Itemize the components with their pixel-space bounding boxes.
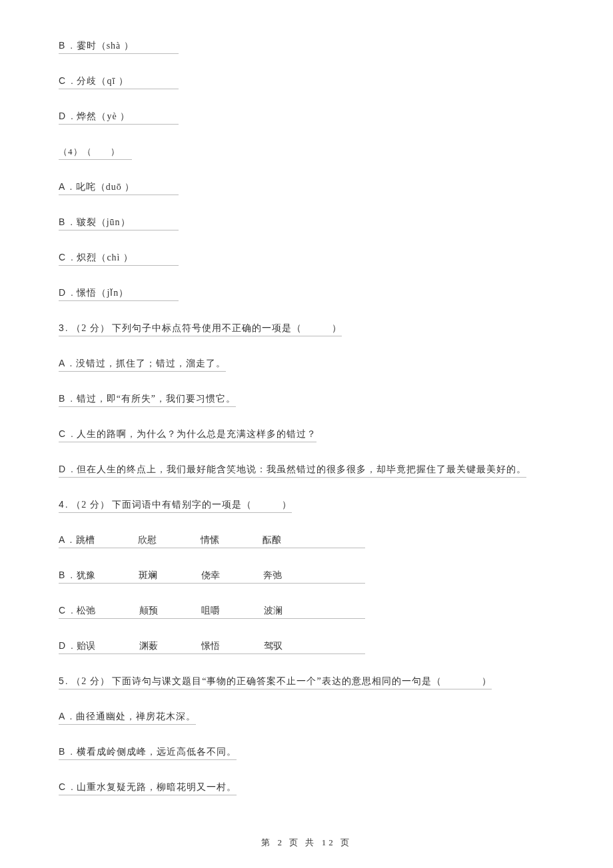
option-text: 炽烈（chì ） (77, 252, 133, 262)
word: 渊薮 (139, 640, 199, 652)
word: 情愫 (201, 534, 261, 546)
option-text: 分歧（qī ） (77, 76, 128, 86)
option-label: D . (59, 464, 75, 474)
q4-option-a: A . 跳槽 欣慰 情愫 酝酿 (59, 534, 365, 548)
option-row: A . 没错过，抓住了；错过，溜走了。 (59, 358, 554, 393)
q3-option-c: C . 人生的路啊，为什么？为什么总是充满这样多的错过？ (59, 428, 316, 442)
q3-option-a: A . 没错过，抓住了；错过，溜走了。 (59, 358, 226, 372)
question-number: 3. (59, 322, 69, 333)
word: 驾驭 (264, 640, 324, 652)
sub-q-text: （4）（ ） (59, 147, 120, 157)
q3-option-b: B . 错过，即“有所失”，我们要习惯它。 (59, 393, 236, 407)
q5-option-a: A . 曲径通幽处，禅房花木深。 (59, 711, 196, 725)
option-text: 烨然（yè ） (77, 111, 130, 121)
option-d: D . 烨然（yè ） (59, 111, 179, 125)
word: 犹豫 (77, 570, 137, 582)
option-label: B . (59, 746, 74, 757)
option-row: C . 分歧（qī ） (59, 75, 554, 111)
option-text: 但在人生的终点上，我们最好能含笑地说：我虽然错过的很多很多，却毕竟把握住了最关键… (77, 464, 526, 474)
option-label: C . (59, 781, 75, 792)
option-label: C . (59, 75, 75, 86)
option-label: D . (59, 640, 75, 651)
option-label: D . (59, 111, 75, 121)
option-text: 憬悟（jǐn） (77, 288, 129, 298)
question-score: （2 分） (71, 323, 110, 333)
option-b: B . 霎时（shà ） (59, 40, 179, 54)
option-row: C . 松弛 颠预 咀嚼 波澜 (59, 605, 554, 640)
question-text: 下面诗句与课文题目“事物的正确答案不止一个”表达的意思相同的一句是（ ） (112, 676, 491, 686)
option-a: A . 叱咤（duō ） (59, 181, 179, 195)
option-row: D . 烨然（yè ） (59, 111, 554, 146)
option-text: 横看成岭侧成峰，远近高低各不同。 (77, 747, 237, 757)
option-label: A . (59, 534, 73, 545)
option-label: B . (59, 217, 74, 227)
word: 颠预 (139, 605, 199, 617)
option-text: 叱咤（duō ） (76, 182, 135, 192)
sub-question-4: （4）（ ） (59, 146, 132, 160)
option-label: A . (59, 358, 73, 368)
option-c: C . 炽烈（chì ） (59, 252, 179, 266)
option-row: B . 横看成岭侧成峰，远近高低各不同。 (59, 746, 554, 781)
word: 咀嚼 (201, 605, 261, 617)
option-row: B . 皲裂（jūn） (59, 217, 554, 252)
page-footer: 第 2 页 共 12 页 (59, 837, 554, 849)
option-row: B . 霎时（shà ） (59, 40, 554, 75)
option-label: C . (59, 428, 75, 439)
q3-option-d: D . 但在人生的终点上，我们最好能含笑地说：我虽然错过的很多很多，却毕竟把握住… (59, 464, 526, 478)
option-row: B . 错过，即“有所失”，我们要习惯它。 (59, 393, 554, 428)
option-row: C . 人生的路啊，为什么？为什么总是充满这样多的错过？ (59, 428, 554, 464)
option-row: C . 炽烈（chì ） (59, 252, 554, 287)
option-label: B . (59, 393, 74, 404)
option-label: B . (59, 40, 74, 51)
option-row: A . 跳槽 欣慰 情愫 酝酿 (59, 534, 554, 570)
option-label: A . (59, 181, 73, 192)
option-row: D . 贻误 渊薮 憬悟 驾驭 (59, 640, 554, 675)
word: 侥幸 (201, 570, 261, 582)
word: 憬悟 (201, 640, 261, 652)
option-text: 山重水复疑无路，柳暗花明又一村。 (77, 782, 237, 792)
sub-question-row: （4）（ ） (59, 146, 554, 181)
option-label: A . (59, 711, 73, 721)
question-3-row: 3. （2 分） 下列句子中标点符号使用不正确的一项是（ ） (59, 322, 554, 358)
option-text: 人生的路啊，为什么？为什么总是充满这样多的错过？ (77, 429, 316, 439)
question-5-row: 5. （2 分） 下面诗句与课文题目“事物的正确答案不止一个”表达的意思相同的一… (59, 675, 554, 711)
word: 松弛 (77, 605, 137, 617)
question-number: 4. (59, 499, 69, 510)
option-row: C . 山重水复疑无路，柳暗花明又一村。 (59, 781, 554, 817)
question-score: （2 分） (71, 500, 110, 510)
word: 波澜 (264, 605, 324, 617)
question-4-row: 4. （2 分） 下面词语中有错别字的一项是（ ） (59, 499, 554, 534)
option-b: B . 皲裂（jūn） (59, 217, 179, 230)
q4-option-c: C . 松弛 颠预 咀嚼 波澜 (59, 605, 365, 619)
option-text: 霎时（shà ） (77, 41, 134, 51)
word: 奔弛 (263, 570, 323, 582)
option-text: 没错过，抓住了；错过，溜走了。 (76, 358, 226, 368)
option-label: C . (59, 605, 75, 616)
question-4-stem: 4. （2 分） 下面词语中有错别字的一项是（ ） (59, 499, 292, 513)
option-label: D . (59, 287, 75, 298)
word: 欣慰 (138, 534, 198, 546)
question-5-stem: 5. （2 分） 下面诗句与课文题目“事物的正确答案不止一个”表达的意思相同的一… (59, 675, 492, 689)
question-3-stem: 3. （2 分） 下列句子中标点符号使用不正确的一项是（ ） (59, 322, 342, 336)
word: 贻误 (77, 640, 137, 652)
question-text: 下面词语中有错别字的一项是（ ） (112, 500, 292, 510)
q4-option-d: D . 贻误 渊薮 憬悟 驾驭 (59, 640, 365, 654)
option-row: D . 憬悟（jǐn） (59, 287, 554, 322)
word: 斑斓 (139, 570, 199, 582)
option-row: D . 但在人生的终点上，我们最好能含笑地说：我虽然错过的很多很多，却毕竟把握住… (59, 464, 554, 499)
option-d: D . 憬悟（jǐn） (59, 287, 179, 301)
option-c: C . 分歧（qī ） (59, 75, 179, 89)
option-text: 皲裂（jūn） (77, 217, 131, 227)
option-text: 错过，即“有所失”，我们要习惯它。 (77, 394, 236, 404)
question-text: 下列句子中标点符号使用不正确的一项是（ ） (112, 323, 342, 333)
word: 酝酿 (263, 534, 322, 546)
option-label: C . (59, 252, 75, 262)
option-row: B . 犹豫 斑斓 侥幸 奔弛 (59, 570, 554, 605)
question-number: 5. (59, 675, 69, 686)
question-score: （2 分） (71, 676, 110, 686)
word: 跳槽 (76, 534, 136, 546)
option-row: A . 叱咤（duō ） (59, 181, 554, 217)
q5-option-b: B . 横看成岭侧成峰，远近高低各不同。 (59, 746, 237, 760)
q5-option-c: C . 山重水复疑无路，柳暗花明又一村。 (59, 781, 237, 795)
option-text: 曲径通幽处，禅房花木深。 (76, 711, 196, 721)
